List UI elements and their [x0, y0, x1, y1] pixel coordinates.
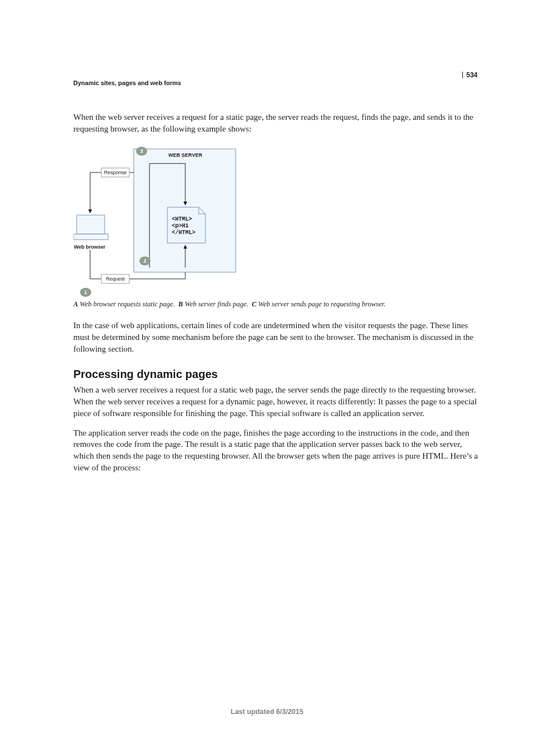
svg-text:1: 1 [84, 290, 87, 295]
paragraph: When a web server receives a request for… [73, 384, 480, 419]
svg-rect-10 [73, 234, 108, 240]
html-file-icon: <HTML> <p>H1 </HTML> [167, 207, 205, 243]
page-number: 534 [462, 72, 486, 78]
content-column: When the web server receives a request f… [73, 111, 480, 481]
response-path: Response [90, 168, 134, 213]
svg-rect-9 [77, 215, 105, 234]
web-server-label: WEB SERVER [168, 152, 203, 158]
web-browser-label: Web browser [74, 244, 106, 250]
svg-text:Response: Response [104, 170, 127, 175]
running-head: Dynamic sites, pages and web forms [73, 80, 181, 86]
svg-text:Request: Request [106, 276, 125, 282]
paragraph: When the web server receives a request f… [73, 111, 480, 134]
svg-text:</HTML>: </HTML> [172, 230, 195, 236]
svg-text:3: 3 [140, 148, 143, 154]
figure-caption: A Web browser requests static page. B We… [73, 300, 480, 309]
paragraph: In the case of web applications, certain… [73, 320, 480, 354]
svg-text:<p>H1: <p>H1 [172, 223, 189, 229]
section-heading: Processing dynamic pages [73, 368, 480, 381]
svg-text:2: 2 [143, 258, 146, 264]
figure-static-page: WEB SERVER <HTML> <p>H1 </HTML> 2 [73, 142, 480, 299]
footer-last-updated: Last updated 6/3/2015 [0, 708, 534, 716]
svg-text:<HTML>: <HTML> [172, 216, 192, 222]
paragraph: The application server reads the code on… [73, 427, 480, 474]
web-browser-icon [73, 215, 108, 240]
page: 534 Dynamic sites, pages and web forms W… [0, 0, 534, 756]
